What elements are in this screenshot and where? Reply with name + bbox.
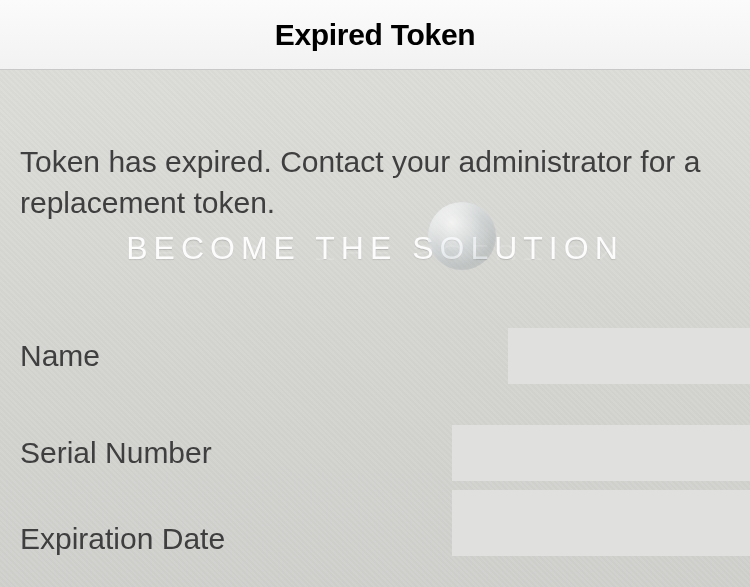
watermark-text: BECOME THE SOLUTION	[0, 230, 750, 267]
name-value	[508, 328, 750, 384]
expired-message: Token has expired. Contact your administ…	[20, 142, 730, 223]
header-bar: Expired Token	[0, 0, 750, 70]
watermark: BECOME THE SOLUTION BECOME THE SOLUTION	[0, 230, 750, 302]
page-title: Expired Token	[275, 18, 476, 52]
field-row-serial: Serial Number	[20, 425, 750, 481]
name-label: Name	[20, 339, 100, 373]
field-row-expiration: Expiration Date	[20, 522, 750, 556]
field-row-name: Name	[20, 328, 750, 384]
serial-label: Serial Number	[20, 436, 212, 470]
expiration-label: Expiration Date	[20, 522, 225, 556]
content-area: Token has expired. Contact your administ…	[0, 70, 750, 587]
serial-value	[452, 425, 750, 481]
expiration-value	[452, 490, 750, 556]
watermark-reflection: BECOME THE SOLUTION	[0, 239, 750, 265]
